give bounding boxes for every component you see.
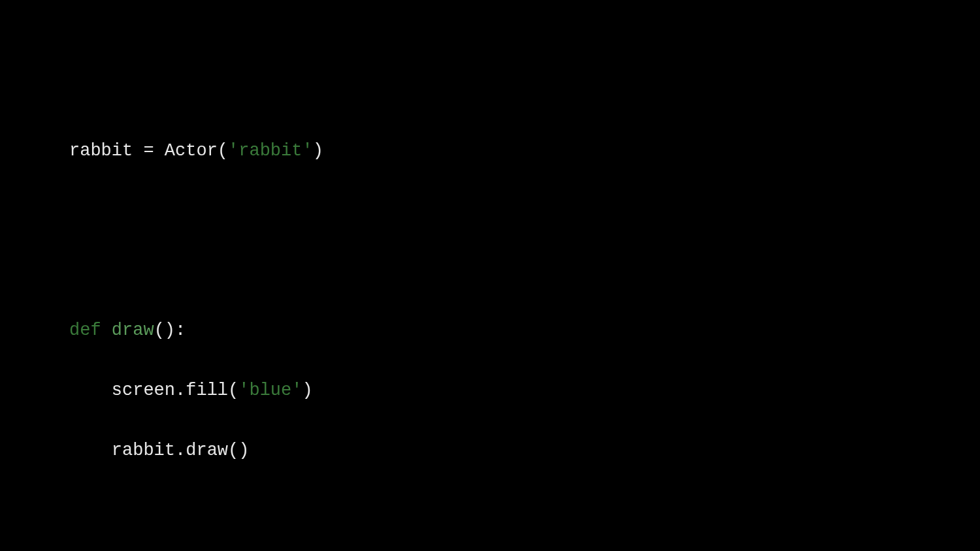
code-text: rabbit.draw() [69,441,249,460]
code-line: def draw(): [69,316,980,346]
code-blank-line [69,197,980,227]
code-string: 'rabbit' [228,141,313,161]
code-text: (): [154,321,186,340]
code-text [101,321,112,340]
code-funcname: draw [112,321,154,340]
code-line: rabbit.draw() [69,436,980,466]
code-block: rabbit = Actor('rabbit') def draw(): scr… [0,0,980,551]
code-text: screen.fill( [69,381,238,400]
code-blank-line [69,496,980,526]
code-text: ) [313,141,323,161]
code-keyword: def [69,321,101,340]
code-line: rabbit = Actor('rabbit') [69,136,980,166]
code-text: rabbit = Actor( [69,141,228,161]
code-blank-line [69,256,980,286]
code-text: ) [302,381,312,400]
code-string: 'blue' [238,381,302,400]
code-line: screen.fill('blue') [69,376,980,406]
